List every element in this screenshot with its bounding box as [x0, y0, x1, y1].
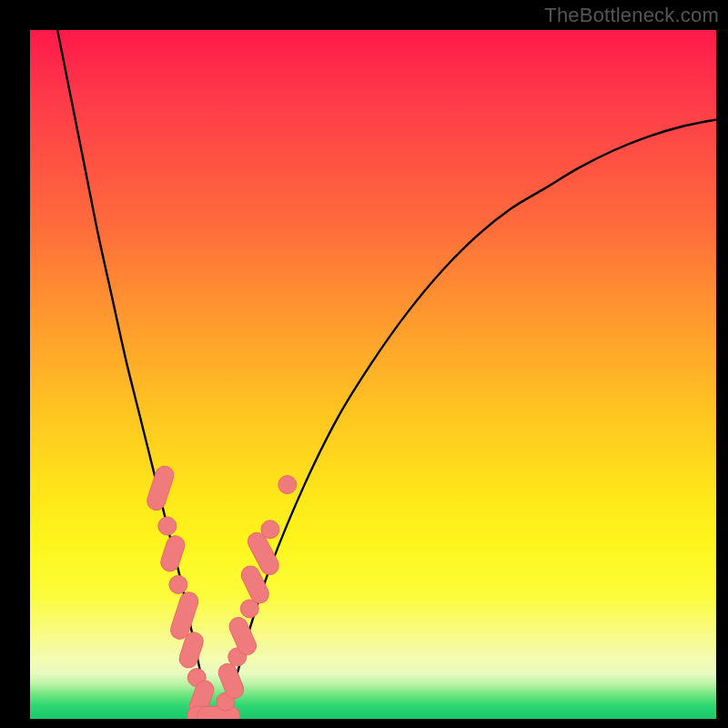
curve-marker-dot [158, 517, 177, 535]
curve-marker-pill [158, 533, 187, 573]
curve-marker-pill [145, 464, 176, 513]
curve-layer [57, 30, 716, 719]
chart-frame: TheBottleneck.com [0, 0, 728, 728]
watermark-text: TheBottleneck.com [544, 4, 719, 27]
chart-svg [30, 30, 716, 719]
marker-layer [145, 464, 297, 719]
curve-marker-dot [261, 521, 279, 539]
bottleneck-curve [57, 30, 716, 719]
curve-marker-dot [278, 476, 297, 494]
curve-marker-dot [169, 575, 187, 593]
